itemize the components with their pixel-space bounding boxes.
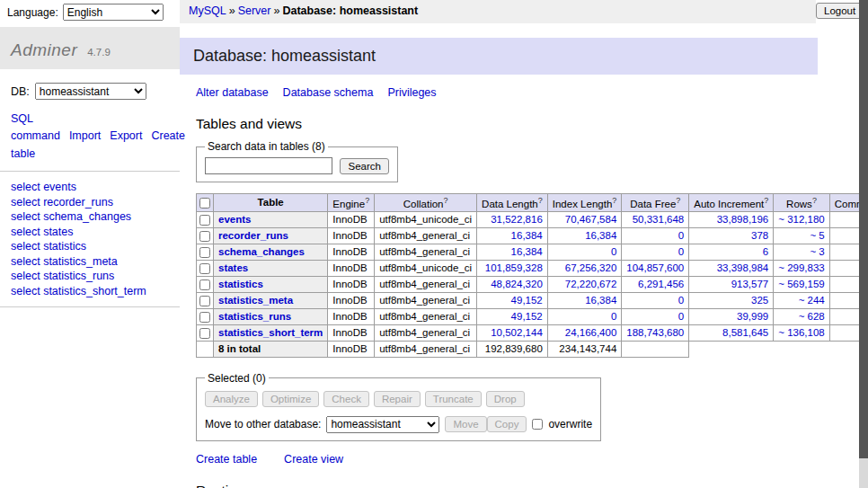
table-name-cell: statistics_meta bbox=[214, 292, 328, 308]
help-icon[interactable]: ? bbox=[764, 196, 768, 205]
data-free-cell: 0 bbox=[622, 308, 689, 324]
search-input[interactable] bbox=[205, 157, 332, 174]
scrollbar-thumb[interactable] bbox=[859, 0, 868, 458]
help-icon[interactable]: ? bbox=[676, 196, 680, 205]
scrollbar[interactable] bbox=[859, 0, 868, 488]
row-select-cell bbox=[197, 227, 214, 244]
collation-cell: utf8mb4_unicode_ci bbox=[375, 260, 477, 276]
optimize-button[interactable]: Optimize bbox=[262, 391, 319, 407]
overwrite-checkbox[interactable] bbox=[532, 419, 543, 430]
create-view-link[interactable]: Create view bbox=[284, 453, 343, 466]
row-checkbox[interactable] bbox=[199, 279, 210, 290]
database-schema-link[interactable]: Database schema bbox=[283, 86, 374, 99]
table-link-statistics-short-term[interactable]: statistics_short_term bbox=[218, 327, 323, 338]
help-icon[interactable]: ? bbox=[538, 196, 543, 205]
breadcrumb-separator: » bbox=[229, 4, 235, 17]
row-checkbox[interactable] bbox=[199, 247, 210, 258]
move-db-select[interactable]: homeassistant bbox=[326, 416, 439, 433]
language-label: Language: bbox=[7, 6, 58, 19]
column-header-label: Auto Increment bbox=[694, 199, 764, 209]
main-content: Database: homeassistant Alter databaseDa… bbox=[180, 23, 868, 488]
data-free-cell: 6,291,456 bbox=[622, 276, 689, 292]
create-table-link[interactable]: Create table bbox=[196, 453, 257, 466]
collation-cell: utf8mb4_general_ci bbox=[375, 308, 477, 324]
breadcrumb-separator: » bbox=[273, 4, 279, 17]
sidebar-link-select-recorder-runs[interactable]: select recorder_runs bbox=[11, 195, 169, 210]
breadcrumb-server-link[interactable]: Server bbox=[238, 4, 271, 17]
sidebar-link-select-statistics-runs[interactable]: select statistics_runs bbox=[11, 269, 169, 284]
select-all-checkbox[interactable] bbox=[199, 198, 210, 209]
help-icon[interactable]: ? bbox=[443, 196, 447, 205]
rows-cell: ~ 299,833 bbox=[774, 260, 829, 276]
db-selector: DB: homeassistant bbox=[0, 69, 180, 100]
app-title: Adminer 4.7.9 bbox=[0, 27, 180, 69]
rows-cell: ~ 136,108 bbox=[774, 324, 829, 341]
column-header-rows: Rows? bbox=[774, 194, 829, 212]
breadcrumb-mysql-link[interactable]: MySQL bbox=[189, 4, 226, 17]
sidebar-link-select-schema-changes[interactable]: select schema_changes bbox=[11, 209, 169, 225]
index-length-cell: 70,467,584 bbox=[547, 211, 622, 227]
tables-body: eventsInnoDButf8mb4_unicode_ci31,522,816… bbox=[197, 211, 868, 357]
language-select[interactable]: English bbox=[63, 4, 164, 21]
sidebar-link-import[interactable]: Import bbox=[69, 129, 101, 142]
help-icon[interactable]: ? bbox=[612, 196, 616, 205]
data-free-cell: 188,743,680 bbox=[622, 324, 689, 341]
sidebar-link-select-states[interactable]: select states bbox=[11, 225, 169, 240]
data-length-cell: 48,824,320 bbox=[477, 276, 548, 292]
tables-heading: Tables and views bbox=[196, 116, 868, 132]
table-name-cell: states bbox=[214, 260, 328, 276]
help-icon[interactable]: ? bbox=[812, 196, 817, 205]
search-button[interactable]: Search bbox=[340, 158, 388, 174]
table-link-recorder-runs[interactable]: recorder_runs bbox=[218, 230, 288, 241]
data-length-cell: 16,384 bbox=[477, 227, 548, 244]
truncate-button[interactable]: Truncate bbox=[425, 391, 482, 407]
table-link-statistics[interactable]: statistics bbox=[218, 279, 263, 289]
drop-button[interactable]: Drop bbox=[486, 391, 525, 407]
auto-increment-cell: 33,898,196 bbox=[689, 211, 774, 227]
data-length-cell: 49,152 bbox=[477, 308, 548, 324]
logout-button[interactable]: Logout bbox=[816, 3, 864, 19]
row-select-cell bbox=[197, 308, 214, 324]
sidebar-link-select-events[interactable]: select events bbox=[11, 180, 169, 195]
alter-database-link[interactable]: Alter database bbox=[196, 86, 269, 99]
sidebar-link-select-statistics-meta[interactable]: select statistics_meta bbox=[11, 254, 169, 270]
selected-legend: Selected (0) bbox=[205, 372, 269, 385]
engine-cell: InnoDB bbox=[328, 308, 375, 324]
sidebar-table-links: select eventsselect recorder_runsselect … bbox=[0, 180, 180, 298]
table-row: statistics_short_termInnoDButf8mb4_gener… bbox=[197, 324, 868, 341]
row-checkbox[interactable] bbox=[199, 296, 210, 306]
row-checkbox[interactable] bbox=[199, 328, 210, 339]
table-link-states[interactable]: states bbox=[218, 262, 248, 273]
sidebar-divider bbox=[0, 306, 180, 307]
move-button[interactable]: Move bbox=[445, 416, 486, 432]
privileges-link[interactable]: Privileges bbox=[387, 86, 436, 99]
table-link-statistics-meta[interactable]: statistics_meta bbox=[218, 295, 293, 306]
repair-button[interactable]: Repair bbox=[374, 391, 421, 407]
table-link-schema-changes[interactable]: schema_changes bbox=[218, 246, 305, 257]
row-checkbox[interactable] bbox=[199, 231, 210, 242]
row-checkbox[interactable] bbox=[199, 312, 210, 323]
data-free-cell: 0 bbox=[622, 244, 689, 260]
table-link-statistics-runs[interactable]: statistics_runs bbox=[218, 311, 291, 322]
auto-increment-cell: 913,577 bbox=[689, 276, 774, 292]
total-data-length-cell: 192,839,680 bbox=[477, 341, 548, 357]
table-link-events[interactable]: events bbox=[218, 214, 251, 225]
check-button[interactable]: Check bbox=[323, 391, 369, 407]
adminer-screen: Language: English MySQL»Server»Database:… bbox=[0, 0, 868, 488]
sidebar-link-select-statistics-short-term[interactable]: select statistics_short_term bbox=[11, 284, 169, 299]
rows-cell: ~ 628 bbox=[774, 308, 829, 324]
db-select[interactable]: homeassistant bbox=[35, 83, 146, 100]
analyze-button[interactable]: Analyze bbox=[205, 391, 258, 407]
breadcrumb: MySQL»Server»Database: homeassistant bbox=[180, 0, 816, 23]
help-icon[interactable]: ? bbox=[365, 196, 369, 205]
row-checkbox[interactable] bbox=[199, 215, 210, 226]
copy-button[interactable]: Copy bbox=[487, 416, 527, 432]
total-row: 8 in totalInnoDButf8mb4_general_ci192,83… bbox=[197, 341, 868, 357]
sidebar-link-export[interactable]: Export bbox=[110, 129, 142, 142]
collation-cell: utf8mb4_general_ci bbox=[375, 276, 477, 292]
tables-header-row: TableEngine?Collation?Data Length?Index … bbox=[197, 194, 868, 212]
db-label: DB: bbox=[11, 85, 30, 98]
sidebar-link-sql-command[interactable]: SQL command bbox=[11, 112, 60, 142]
row-checkbox[interactable] bbox=[199, 263, 210, 274]
sidebar-link-select-statistics[interactable]: select statistics bbox=[11, 239, 169, 254]
